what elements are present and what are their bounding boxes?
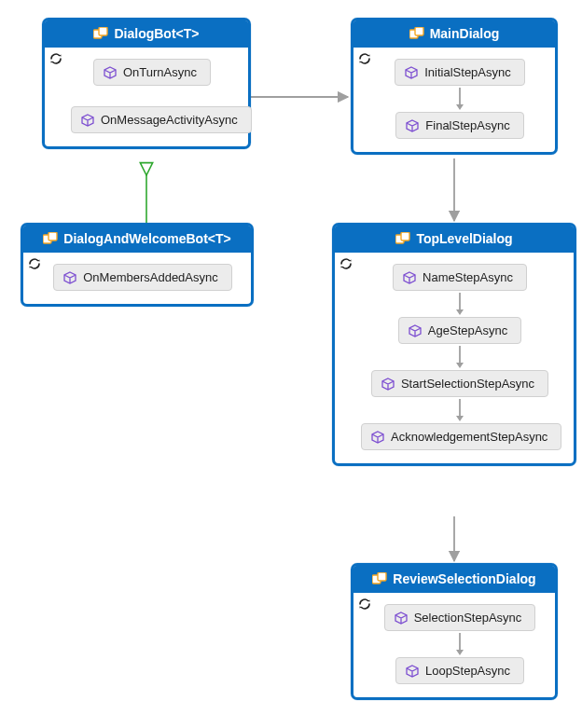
method-agestepasync: AgeStepAsync [398, 317, 521, 344]
cube-icon [381, 378, 395, 391]
recycle-icon [48, 51, 63, 66]
class-icon [372, 572, 387, 585]
recycle-icon [339, 256, 353, 271]
class-title: ReviewSelectionDialog [393, 571, 535, 586]
class-title: TopLevelDialog [416, 231, 512, 246]
method-label: OnMessageActivityAsync [101, 113, 238, 127]
class-icon [409, 27, 424, 40]
step-arrow-icon [454, 397, 465, 423]
cube-icon [395, 611, 408, 625]
class-icon [43, 232, 58, 245]
cube-icon [104, 66, 117, 79]
class-header: DialogBot<T> [45, 21, 248, 48]
class-dialogandwelcomebot: DialogAndWelcomeBot<T> OnMembersAddedAsy… [21, 223, 254, 307]
cube-icon [81, 114, 94, 127]
method-onmembersaddedasync: OnMembersAddedAsync [53, 264, 232, 291]
method-onmessageactivityasync: OnMessageActivityAsync [71, 106, 252, 133]
diagram-canvas: DialogBot<T> OnTurnAsync OnMessageActivi… [0, 0, 582, 728]
method-startselectionstepasync: StartSelectionStepAsync [371, 370, 548, 397]
class-title: DialogBot<T> [114, 26, 199, 41]
step-arrow-icon [454, 344, 465, 370]
svg-rect-3 [48, 232, 57, 240]
method-selectionstepasync: SelectionStepAsync [384, 604, 536, 631]
method-label: FinalStepAsync [425, 118, 509, 132]
class-header: DialogAndWelcomeBot<T> [23, 226, 251, 253]
class-icon [93, 27, 108, 40]
method-label: SelectionStepAsync [414, 611, 522, 625]
svg-rect-5 [415, 27, 423, 35]
svg-rect-1 [99, 27, 107, 35]
cube-icon [405, 66, 418, 79]
method-label: AgeStepAsync [428, 323, 507, 337]
step-arrow-icon [454, 86, 465, 112]
cube-icon [406, 665, 419, 678]
method-finalstepasync: FinalStepAsync [395, 112, 523, 139]
method-label: StartSelectionStepAsync [401, 377, 534, 391]
class-header: MainDialog [353, 21, 555, 48]
method-label: NameStepAsync [423, 270, 513, 284]
class-title: DialogAndWelcomeBot<T> [63, 231, 230, 246]
method-label: OnMembersAddedAsync [83, 270, 218, 284]
svg-rect-8 [401, 232, 409, 240]
class-topleveldialog: TopLevelDialog NameStepAsync AgeStepAsyn… [332, 223, 576, 466]
method-onturnasync: OnTurnAsync [93, 59, 211, 86]
cube-icon [371, 431, 384, 444]
method-label: AcknowledgementStepAsync [391, 430, 547, 444]
method-label: InitialStepAsync [424, 65, 511, 79]
recycle-icon [357, 51, 372, 66]
class-header: TopLevelDialog [335, 226, 574, 253]
method-acknowledgementstepasync: AcknowledgementStepAsync [361, 423, 561, 450]
cube-icon [409, 324, 422, 337]
method-loopstepasync: LoopStepAsync [395, 657, 524, 684]
class-title: MainDialog [430, 26, 500, 41]
class-maindialog: MainDialog InitialStepAsync FinalStepAsy… [351, 18, 558, 155]
method-label: LoopStepAsync [425, 664, 510, 678]
recycle-icon [357, 597, 372, 611]
class-icon [395, 232, 410, 245]
recycle-icon [27, 256, 42, 271]
cube-icon [406, 119, 419, 132]
method-initialstepasync: InitialStepAsync [395, 59, 525, 86]
step-arrow-icon [454, 631, 465, 657]
class-dialogbot: DialogBot<T> OnTurnAsync OnMessageActivi… [42, 18, 251, 149]
method-namestepasync: NameStepAsync [393, 264, 527, 291]
class-header: ReviewSelectionDialog [353, 566, 555, 593]
cube-icon [63, 271, 76, 284]
svg-rect-13 [378, 572, 386, 581]
method-label: OnTurnAsync [123, 65, 197, 79]
cube-icon [403, 271, 416, 284]
step-arrow-icon [454, 291, 465, 317]
class-reviewselectiondialog: ReviewSelectionDialog SelectionStepAsync… [351, 563, 558, 700]
